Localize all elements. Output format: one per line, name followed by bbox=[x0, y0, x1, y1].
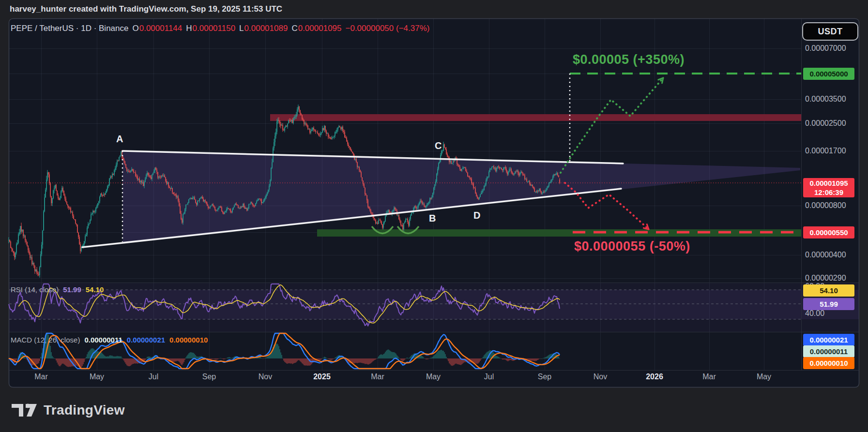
time-tick-label: Mar bbox=[361, 372, 395, 381]
time-tick-label: Nov bbox=[583, 372, 617, 381]
pattern-letter-a: A bbox=[116, 134, 123, 145]
price-label-box: 0.00000010 bbox=[803, 357, 854, 369]
tradingview-logo[interactable]: TradingView bbox=[12, 401, 125, 419]
bear-target-label: $0.0000055 (-50%) bbox=[574, 239, 690, 254]
legend-value: 0.00000021 bbox=[127, 336, 165, 344]
symbol-bar-part: 0.00001095 bbox=[298, 24, 342, 33]
tradingview-glyph-icon bbox=[12, 401, 38, 419]
symbol-bar-part: PEPE / TetherUS · 1D · Binance bbox=[11, 24, 128, 33]
price-label-box: 0.00000011 bbox=[803, 345, 854, 358]
time-tick-label: 2026 bbox=[638, 372, 671, 381]
price-tick-label: 0.00001700 bbox=[805, 147, 846, 155]
price-tick-label: 0.00007000 bbox=[805, 44, 846, 53]
legend-value: 0.00000010 bbox=[169, 336, 208, 344]
legend-value: 0.00000011 bbox=[84, 336, 122, 344]
symbol-bar-part: C bbox=[291, 24, 297, 33]
time-tick-label: May bbox=[747, 372, 781, 381]
time-tick-label: Sep bbox=[192, 372, 226, 381]
price-label-box: 0.00005000 bbox=[803, 68, 854, 80]
symbol-bar-part: −0.00000050 (−4.37%) bbox=[346, 24, 430, 33]
time-tick-label: Jul bbox=[137, 372, 170, 381]
time-tick-label: Mar bbox=[692, 372, 726, 381]
legend-value: 51.99 bbox=[63, 285, 81, 294]
time-tick-label: May bbox=[416, 372, 450, 381]
price-label-box: 54.10 bbox=[803, 284, 854, 297]
price-label-box: 51.99 bbox=[803, 298, 854, 310]
price-label-box: 0.00000021 bbox=[803, 334, 854, 346]
symbol-bar-part: L bbox=[239, 24, 244, 33]
pattern-letter-c: C bbox=[435, 140, 442, 151]
price-tick-label: 0.00000400 bbox=[805, 251, 846, 259]
price-label-box: 0.00000550 bbox=[803, 226, 854, 238]
pattern-letter-b: B bbox=[429, 213, 436, 224]
bull-target-label: $0.00005 (+350%) bbox=[573, 52, 685, 67]
legend-value: 54.10 bbox=[86, 285, 104, 294]
current-price-label: 0.0000109512:06:39 bbox=[803, 178, 854, 197]
macd-legend[interactable]: MACD (12, 26, close)0.000000110.00000021… bbox=[11, 336, 212, 344]
time-tick-label: Nov bbox=[248, 372, 282, 381]
tradingview-wordmark: TradingView bbox=[44, 402, 125, 418]
symbol-bar-part: 0.00001144 bbox=[139, 24, 183, 33]
price-tick-label: 0.00003500 bbox=[805, 95, 846, 104]
price-tick-label: 0.00000800 bbox=[805, 201, 846, 210]
time-tick-label: Mar bbox=[24, 372, 58, 381]
time-tick-label: May bbox=[80, 372, 114, 381]
symbol-bar-part: O bbox=[132, 24, 138, 33]
rsi-legend[interactable]: RSI (14, close)51.9954.10 bbox=[11, 285, 108, 294]
price-tick-label: 0.00000290 bbox=[805, 274, 846, 283]
time-tick-label: 2025 bbox=[305, 372, 339, 381]
symbol-ohlc-bar[interactable]: PEPE / TetherUS · 1D · BinanceO0.0000114… bbox=[11, 24, 433, 33]
time-tick-label: Jul bbox=[472, 372, 506, 381]
time-tick-label: Sep bbox=[528, 372, 562, 381]
price-tick-label: 0.00002500 bbox=[805, 119, 846, 128]
symbol-bar-part: 0.00001150 bbox=[193, 24, 236, 33]
pattern-letter-d: D bbox=[473, 210, 480, 221]
legend-title: MACD (12, 26, close) bbox=[11, 336, 80, 344]
currency-toggle-button[interactable]: USDT bbox=[802, 22, 858, 41]
price-tick-label: 40.00 bbox=[805, 309, 824, 318]
legend-title: RSI (14, close) bbox=[11, 285, 59, 294]
tradingview-snapshot: harvey_hunter created with TradingView.c… bbox=[0, 0, 868, 432]
symbol-bar-part: 0.00001089 bbox=[244, 24, 288, 33]
symbol-bar-part: H bbox=[186, 24, 192, 33]
